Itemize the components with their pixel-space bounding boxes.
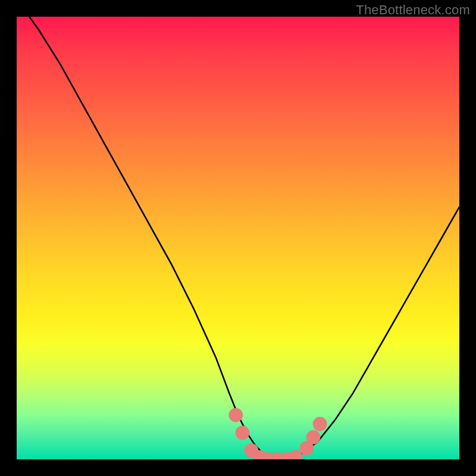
curve-marker xyxy=(313,417,327,431)
chart-frame: TheBottleneck.com xyxy=(0,0,476,476)
plot-area xyxy=(17,17,459,459)
curve-marker xyxy=(228,408,243,422)
bottleneck-curve xyxy=(17,17,459,459)
curve-marker xyxy=(236,425,250,440)
curve-markers xyxy=(228,408,327,459)
watermark-text: TheBottleneck.com xyxy=(356,2,470,18)
curve-layer xyxy=(17,17,459,459)
curve-marker xyxy=(306,430,321,444)
